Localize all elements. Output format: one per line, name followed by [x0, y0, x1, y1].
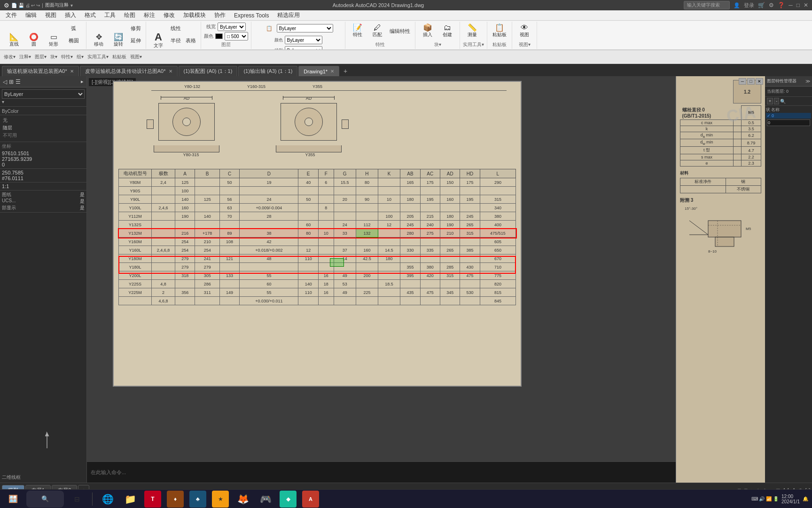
notification-icon[interactable]: 🔔 — [803, 496, 808, 501]
taskbar-app-brown[interactable]: ♦ — [167, 491, 184, 508]
arc-btn[interactable]: 弧 — [64, 23, 83, 34]
taskbar-browser-2[interactable]: 🦊 — [234, 491, 251, 508]
menu-edit[interactable]: 编辑 — [22, 10, 40, 20]
table-cell — [240, 263, 298, 271]
lineweight-select[interactable]: ByLayer — [218, 23, 246, 31]
measure-btn[interactable]: 📏测量 — [463, 23, 482, 40]
tab-transport-close[interactable]: ✕ — [70, 69, 74, 74]
tab-drawing1[interactable]: Drawing1* ✕ — [298, 66, 339, 76]
menu-view[interactable]: 视图 — [41, 10, 60, 20]
dim-radius-btn[interactable]: 半径 — [169, 35, 183, 46]
help-icon[interactable]: ❓ — [778, 2, 785, 8]
menu-express[interactable]: Express Tools — [230, 11, 273, 20]
menu-file[interactable]: 文件 — [2, 10, 21, 20]
taskbar-app-red[interactable]: T — [144, 491, 161, 508]
tab-belt[interactable]: 皮带运输机总体及传动设计总图A0* ✕ — [80, 66, 178, 76]
menu-format[interactable]: 格式 — [81, 10, 100, 20]
circle-btn[interactable]: ⭕圆 — [24, 32, 43, 49]
table-cell: Y180L — [119, 263, 152, 271]
view-btn[interactable]: 👁视图 — [515, 23, 534, 40]
tab-shaft[interactable]: (1)输出轴 (A3) (1：1) — [238, 66, 297, 76]
panel-max-btn[interactable]: □ — [747, 78, 755, 85]
panel-close-btn[interactable]: ✕ — [756, 78, 763, 85]
table-cell — [298, 263, 318, 271]
extend-btn[interactable]: 延伸 — [129, 35, 143, 46]
tab-transport[interactable]: 输送机驱动装置总装图A0* ✕ — [2, 66, 79, 76]
rotate-btn[interactable]: 🔄旋转 — [109, 32, 128, 49]
menu-modify[interactable]: 修改 — [160, 10, 179, 20]
taskbar-app-cyan[interactable]: ◆ — [280, 491, 297, 508]
taskbar-autocad[interactable]: A — [302, 491, 319, 508]
add-tab-btn[interactable]: + — [340, 66, 351, 76]
taskbar-explorer[interactable]: 📁 — [122, 491, 139, 508]
menu-tools[interactable]: 工具 — [101, 10, 119, 20]
menu-insert[interactable]: 插入 — [61, 10, 80, 20]
dim-label-3: Y355 — [312, 84, 322, 89]
menu-draw[interactable]: 绘图 — [120, 10, 139, 20]
layer-row-0[interactable]: ✓ 0 — [766, 113, 811, 119]
menu-featured[interactable]: 精选应用 — [273, 10, 304, 20]
table-cell — [356, 238, 378, 246]
paste-btn[interactable]: 📋粘贴板 — [490, 23, 509, 40]
user-icon[interactable]: 👤 — [734, 2, 740, 8]
color-bylayer-select[interactable]: ByLayer — [285, 36, 322, 44]
panel-icon2[interactable]: ⊞ — [9, 79, 14, 85]
technical-drawing[interactable]: Y80-132 Y160-315 Y355 AD — [113, 81, 522, 387]
taskbar-game[interactable]: 🎮 — [257, 491, 274, 508]
layer-filter-input[interactable] — [767, 119, 810, 126]
rect-btn[interactable]: ▭矩形 — [44, 32, 63, 49]
menu-dimension[interactable]: 标注 — [140, 10, 159, 20]
table-cell: 475 — [420, 288, 440, 297]
search-box[interactable]: 输入关键字搜索 — [684, 1, 730, 9]
menu-collaborate[interactable]: 协作 — [211, 10, 229, 20]
cart-icon[interactable]: 🛒 — [758, 2, 765, 8]
taskbar-app-yellow[interactable]: ★ — [212, 491, 229, 508]
login-label[interactable]: 登录 — [744, 2, 754, 9]
panel-icon3[interactable]: ☰ — [16, 79, 21, 85]
taskview-btn[interactable]: ⊟ — [68, 491, 86, 508]
panel-expand[interactable]: ▸ — [81, 79, 84, 85]
start-btn[interactable]: 🪟 — [4, 491, 23, 508]
create-block-btn[interactable]: 🗂创建 — [438, 23, 457, 40]
ellipse-btn[interactable]: 椭圆 — [64, 35, 83, 46]
properties-btn[interactable]: 📝特性 — [348, 23, 367, 40]
layer-properties-btn[interactable]: 📋 — [264, 23, 275, 34]
linetype-select[interactable]: ByLayer — [285, 46, 322, 50]
command-input[interactable] — [91, 469, 672, 475]
table-cell — [298, 187, 318, 195]
insert-block-btn[interactable]: 📦插入 — [418, 23, 437, 40]
menu-addmodule[interactable]: 加载模块 — [180, 10, 210, 20]
table-cell: 195 — [420, 195, 440, 204]
text-btn[interactable]: A文字 — [149, 32, 168, 49]
layer-dropdown-arrow[interactable]: ▾ — [2, 99, 4, 104]
taskbar-app-blue[interactable]: ♣ — [189, 491, 206, 508]
layer-dropdown[interactable]: ByLayer — [2, 89, 85, 99]
dim-linear-btn[interactable]: 线性 — [169, 23, 183, 34]
line-btn[interactable]: 📐直线 — [5, 32, 23, 49]
settings-icon[interactable]: ⚙ — [769, 2, 774, 8]
search-btn[interactable]: 🔍 — [26, 491, 64, 508]
layer-select[interactable]: ByLayer — [277, 24, 333, 32]
panel-min-btn[interactable]: ─ — [739, 78, 746, 85]
panel-icon1[interactable]: ◁ — [3, 79, 7, 85]
close-btn[interactable]: ✕ — [804, 2, 808, 8]
matchprop-btn[interactable]: 🖊匹配 — [368, 23, 387, 40]
move-btn[interactable]: ✥移动 — [89, 32, 108, 49]
tab-belt-close[interactable]: ✕ — [169, 69, 172, 74]
trim-btn[interactable]: 修剪 — [129, 23, 143, 34]
l4: 是 — [80, 198, 85, 205]
drawing-canvas-area[interactable]: [-][俯视][二维线框] Y80-132 Y160-315 Y355 AD — [87, 76, 676, 483]
minimize-btn[interactable]: ─ — [789, 2, 793, 8]
table-btn[interactable]: 表格 — [184, 35, 198, 46]
color-select[interactable]: □ 500 — [225, 32, 248, 40]
maximize-btn[interactable]: □ — [796, 2, 800, 8]
block-group-label: 块▾ — [418, 41, 457, 48]
layer-new-btn[interactable]: + — [767, 98, 773, 104]
tab-assembly[interactable]: (1)装配图 (A0) (1：1) — [179, 66, 238, 76]
tab-drawing1-close[interactable]: ✕ — [330, 69, 334, 74]
layer-delete-btn[interactable]: - — [774, 98, 779, 104]
editprop-btn[interactable]: 编辑特性 — [388, 25, 412, 37]
taskbar-browser-1[interactable]: 🌐 — [99, 491, 116, 508]
col-ac: AC — [420, 169, 440, 178]
layer-panel-expand[interactable]: ≫ — [805, 79, 810, 84]
